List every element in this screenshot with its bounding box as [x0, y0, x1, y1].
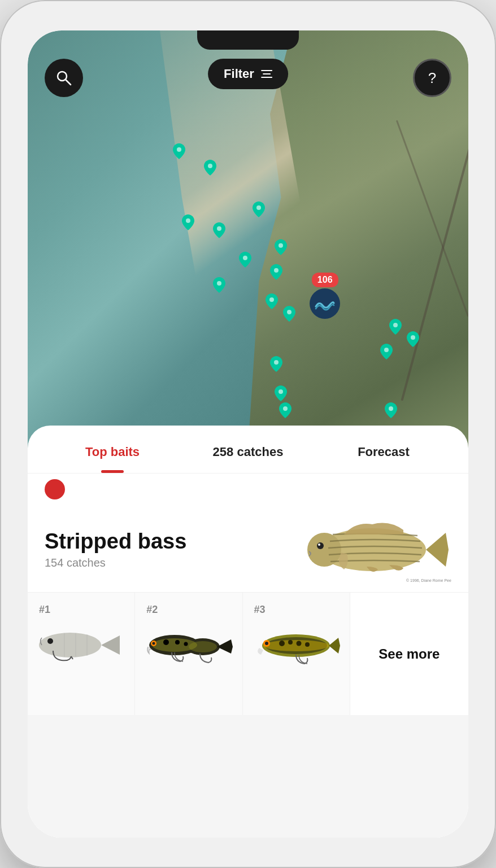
map-pin[interactable] [385, 402, 397, 418]
svg-point-22 [317, 542, 324, 549]
map-pin[interactable] [275, 239, 287, 255]
tabs-row: Top baits 258 catches Forecast [28, 426, 468, 474]
bait-rank-2: #2 [141, 604, 158, 616]
cluster-count: 106 [312, 273, 338, 287]
bait-rank-1: #1 [33, 604, 50, 616]
svg-point-35 [175, 640, 180, 645]
svg-point-14 [411, 335, 415, 340]
svg-point-23 [318, 543, 320, 546]
svg-point-15 [384, 348, 389, 352]
svg-point-47 [265, 642, 268, 645]
svg-point-33 [189, 641, 217, 652]
cluster-icon [310, 288, 340, 319]
svg-point-41 [263, 640, 329, 651]
map-pin[interactable] [266, 293, 278, 309]
svg-point-19 [389, 406, 393, 411]
map-pin[interactable] [270, 264, 282, 280]
bait-image-1 [33, 622, 129, 668]
svg-line-1 [66, 80, 71, 85]
bait-image-3 [249, 622, 344, 668]
filter-button[interactable]: Filter [208, 59, 288, 89]
svg-point-10 [217, 281, 221, 286]
help-label: ? [428, 69, 436, 87]
phone-shell: Filter ? [0, 0, 496, 868]
svg-point-43 [288, 640, 293, 645]
see-more-button[interactable]: See more [350, 593, 468, 715]
map-pin[interactable] [270, 356, 282, 372]
map-pin[interactable] [182, 214, 194, 230]
svg-point-11 [269, 297, 274, 302]
map-pin[interactable] [279, 402, 291, 418]
svg-point-13 [393, 323, 398, 327]
map-pin[interactable] [407, 331, 419, 347]
fish-image: © 1996, Diane Rome Peebles [304, 513, 451, 586]
svg-point-16 [274, 360, 279, 365]
map-pin[interactable] [213, 277, 225, 293]
svg-text:© 1996, Diane Rome Peebles: © 1996, Diane Rome Peebles [406, 578, 451, 582]
fish-info: Stripped bass 154 catches [45, 530, 304, 570]
svg-point-9 [274, 268, 279, 273]
content-area: Top baits 258 catches Forecast Stripped … [28, 426, 468, 838]
map-pin[interactable] [204, 160, 216, 176]
tab-forecast[interactable]: Forecast [316, 437, 451, 467]
map-pin[interactable] [283, 306, 295, 322]
svg-point-26 [47, 638, 53, 644]
svg-point-5 [186, 218, 190, 223]
svg-point-17 [279, 389, 283, 394]
cluster-marker[interactable]: 106 [310, 273, 340, 319]
svg-point-38 [152, 642, 155, 645]
svg-point-12 [287, 310, 291, 314]
svg-point-3 [208, 164, 212, 168]
svg-point-36 [184, 642, 188, 646]
help-button[interactable]: ? [413, 59, 451, 97]
svg-point-18 [283, 406, 288, 411]
bait-cell-3[interactable]: #3 [243, 593, 350, 715]
filter-label: Filter [224, 67, 254, 81]
fish-section: Stripped bass 154 catches [28, 502, 468, 592]
phone-screen: Filter ? [28, 30, 468, 838]
filter-icon [261, 70, 272, 78]
map-pin[interactable] [173, 143, 185, 159]
map-pin[interactable] [213, 222, 225, 238]
baits-grid: #1 [28, 592, 468, 715]
map-pin[interactable] [253, 201, 265, 217]
search-button[interactable] [45, 59, 83, 97]
svg-point-8 [243, 256, 247, 260]
svg-point-34 [163, 639, 169, 645]
svg-point-7 [279, 243, 283, 248]
bait-rank-3: #3 [249, 604, 266, 616]
svg-point-25 [39, 633, 101, 657]
map-pin[interactable] [389, 319, 402, 335]
fish-name: Stripped bass [45, 530, 304, 554]
bait-cell-2[interactable]: #2 [135, 593, 242, 715]
svg-point-4 [256, 205, 261, 210]
notch [197, 30, 299, 50]
map-pin[interactable] [275, 385, 287, 401]
svg-point-6 [217, 226, 221, 231]
svg-point-2 [177, 147, 181, 152]
see-more-label: See more [378, 646, 440, 662]
bait-image-2 [141, 622, 236, 668]
fish-illustration: © 1996, Diane Rome Peebles [304, 513, 451, 586]
tab-catches[interactable]: 258 catches [180, 437, 316, 467]
map-pin[interactable] [239, 252, 251, 268]
map-pin[interactable] [380, 344, 393, 360]
svg-point-42 [279, 641, 285, 646]
bait-cell-1[interactable]: #1 [28, 593, 135, 715]
bottom-section [28, 715, 468, 838]
svg-point-44 [297, 641, 302, 646]
map-container[interactable]: Filter ? [28, 30, 468, 448]
svg-point-45 [305, 642, 310, 647]
active-indicator [45, 479, 65, 499]
fish-catches: 154 catches [45, 556, 304, 569]
tab-top-baits[interactable]: Top baits [45, 437, 180, 467]
